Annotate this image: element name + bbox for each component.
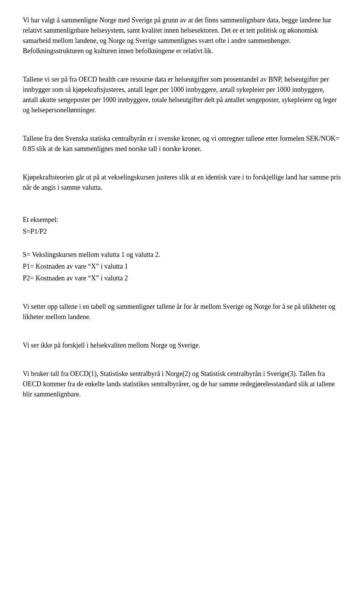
paragraph-3-block: Tallene fra den Svenska statiska central… (23, 134, 341, 154)
formula-p1-line: P1= Kostnaden av vare “X” i valutta 1 (23, 261, 341, 272)
spacer-8 (23, 360, 341, 369)
paragraph-1-text: Vi har valgt å sammenligne Norge med Sve… (23, 15, 341, 56)
paragraph-2-text: Tallene vi ser på fra OECD health care r… (23, 74, 341, 115)
paragraph-5-block: Vi setter opp tallene i en tabell og sam… (23, 302, 341, 322)
formula-s-line: S=P1/P2 (23, 226, 341, 237)
spacer-1 (23, 65, 341, 74)
paragraph-4-block: Kjøpekraftsteorien går ut på at vekselin… (23, 172, 341, 193)
spacer-7 (23, 331, 341, 340)
paragraph-3-text: Tallene fra den Svenska statiska central… (23, 134, 341, 154)
paragraph-1-block: Vi har valgt å sammenligne Norge med Sve… (23, 15, 341, 56)
formula-p1-text: P1= Kostnaden av vare “X” i valutta 1 (23, 263, 128, 270)
formula-p2-text: P2= Kostnaden av vare “X” i valutta 2 (23, 274, 128, 282)
spacer-3 (23, 163, 341, 172)
paragraph-7-text: Vi bruker tall fra OECD(1), Statistiske … (23, 369, 341, 400)
example-label-text: Et eksempel: (23, 216, 58, 223)
paragraph-5-text: Vi setter opp tallene i en tabell og sam… (23, 302, 341, 322)
spacer-2 (23, 124, 341, 134)
example-label: Et eksempel: (23, 215, 341, 225)
example-block: Et eksempel: S=P1/P2 (23, 215, 341, 237)
paragraph-4-text: Kjøpekraftsteorien går ut på at vekselin… (23, 172, 341, 193)
formula-s-text: S=P1/P2 (23, 228, 47, 235)
formula-p2-line: P2= Kostnaden av vare “X” i valutta 2 (23, 273, 341, 283)
paragraph-7-block: Vi bruker tall fra OECD(1), Statistiske … (23, 369, 341, 400)
paragraph-6-block: Vi ser ikke på forskjell i helsekvaliten… (23, 340, 341, 351)
formula-s-def-line: S= Vekslingskursen mellom valutta 1 og v… (23, 250, 341, 260)
formula-definitions-block: S= Vekslingskursen mellom valutta 1 og v… (23, 250, 341, 283)
paragraph-6-text: Vi ser ikke på forskjell i helsekvaliten… (23, 340, 341, 351)
formula-s-def-text: S= Vekslingskursen mellom valutta 1 og v… (23, 251, 160, 258)
spacer-4 (23, 202, 341, 211)
paragraph-2-block: Tallene vi ser på fra OECD health care r… (23, 74, 341, 115)
spacer-6 (23, 293, 341, 302)
page-container: Vi har valgt å sammenligne Norge med Sve… (0, 0, 364, 615)
spacer-5 (23, 241, 341, 250)
